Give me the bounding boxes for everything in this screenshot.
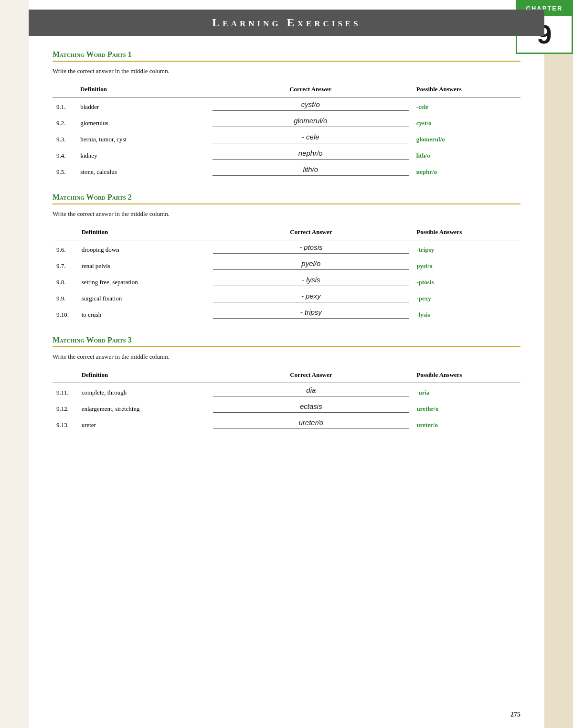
table-header-row-3: Definition Correct Answer Possible Answe… bbox=[53, 369, 520, 383]
answer-text: - tripsy bbox=[213, 308, 409, 319]
table-row: 9.1.bladdercyst/o-cele bbox=[53, 97, 520, 114]
row-number: 9.10. bbox=[53, 305, 78, 321]
table-row: 9.4.kidneynephr/olith/o bbox=[53, 146, 520, 162]
section-1-instruction: Write the correct answer in the middle c… bbox=[53, 67, 520, 75]
th-possible-1: Possible Answers bbox=[413, 84, 520, 97]
possible-answer-text: -pexy bbox=[416, 295, 431, 302]
row-number: 9.1. bbox=[53, 97, 76, 114]
row-possible-answer: cyst/o bbox=[413, 114, 520, 130]
answer-text: cyst/o bbox=[212, 100, 409, 111]
row-number: 9.6. bbox=[53, 240, 78, 257]
row-answer: ureter/o bbox=[209, 416, 413, 432]
table-row: 9.10.to crush- tripsy-lysis bbox=[53, 305, 520, 321]
row-definition: drooping down bbox=[78, 240, 210, 257]
th-def-1: Definition bbox=[76, 84, 208, 97]
row-definition: bladder bbox=[76, 97, 208, 114]
table-row: 9.8.setting free, separation- lysis-ptos… bbox=[53, 273, 520, 289]
row-number: 9.4. bbox=[53, 146, 76, 162]
row-definition: glomerulus bbox=[76, 114, 208, 130]
row-possible-answer: -pexy bbox=[413, 289, 520, 305]
possible-answer-text: -uria bbox=[416, 389, 429, 396]
row-definition: enlargement, stretching bbox=[78, 399, 210, 416]
section-2-table: Definition Correct Answer Possible Answe… bbox=[53, 226, 520, 321]
answer-text: - cele bbox=[212, 133, 409, 143]
row-answer: lith/o bbox=[209, 162, 413, 179]
th-def-3: Definition bbox=[78, 369, 210, 383]
th-answer-2: Correct Answer bbox=[209, 226, 413, 240]
possible-answer-text: glomerul/o bbox=[416, 136, 445, 143]
possible-answer-text: ureter/o bbox=[416, 421, 438, 428]
answer-text: lith/o bbox=[212, 165, 409, 176]
right-margin bbox=[544, 0, 573, 728]
row-number: 9.8. bbox=[53, 273, 78, 289]
answer-text: - ptosis bbox=[213, 243, 409, 254]
row-possible-answer: ureter/o bbox=[413, 416, 520, 432]
sections-container: Matching Word Parts 1 Write the correct … bbox=[53, 50, 520, 432]
possible-answer-text: cyst/o bbox=[416, 119, 432, 127]
section-2: Matching Word Parts 2 Write the correct … bbox=[53, 193, 520, 321]
answer-text: nephr/o bbox=[212, 149, 409, 160]
row-possible-answer: -uria bbox=[413, 383, 520, 400]
row-possible-answer: -ptosis bbox=[413, 273, 520, 289]
main-content: CHAPTER 9 Learning Exercises Matching Wo… bbox=[29, 0, 544, 728]
section-3-table: Definition Correct Answer Possible Answe… bbox=[53, 369, 520, 432]
row-possible-answer: urethr/o bbox=[413, 399, 520, 416]
table-row: 9.2.glomerulusglomerul/ocyst/o bbox=[53, 114, 520, 130]
section-3: Matching Word Parts 3 Write the correct … bbox=[53, 336, 520, 432]
table-row: 9.5.stone, calculuslith/onephr/o bbox=[53, 162, 520, 179]
th-num-3 bbox=[53, 369, 78, 383]
row-number: 9.12. bbox=[53, 399, 78, 416]
row-definition: surgical fixation bbox=[78, 289, 210, 305]
row-answer: - pexy bbox=[209, 289, 413, 305]
row-possible-answer: nephr/o bbox=[413, 162, 520, 179]
possible-answer-text: -lysis bbox=[416, 311, 430, 318]
row-answer: dia bbox=[209, 383, 413, 400]
row-definition: stone, calculus bbox=[76, 162, 208, 179]
row-answer: nephr/o bbox=[209, 146, 413, 162]
table-row: 9.13.ureterureter/oureter/o bbox=[53, 416, 520, 432]
row-answer: glomerul/o bbox=[209, 114, 413, 130]
answer-text: dia bbox=[213, 386, 409, 396]
possible-answer-text: -ptosis bbox=[416, 278, 434, 286]
row-definition: to crush bbox=[78, 305, 210, 321]
th-answer-3: Correct Answer bbox=[209, 369, 413, 383]
table-header-row-2: Definition Correct Answer Possible Answe… bbox=[53, 226, 520, 240]
page-number: 275 bbox=[510, 711, 520, 718]
row-possible-answer: lith/o bbox=[413, 146, 520, 162]
row-number: 9.3. bbox=[53, 130, 76, 146]
table-row: 9.6.drooping down- ptosis-tripsy bbox=[53, 240, 520, 257]
row-answer: - tripsy bbox=[209, 305, 413, 321]
th-num-1 bbox=[53, 84, 76, 97]
answer-text: ureter/o bbox=[213, 418, 409, 429]
row-definition: complete, through bbox=[78, 383, 210, 400]
possible-answer-text: lith/o bbox=[416, 152, 430, 159]
possible-answer-text: -cele bbox=[416, 103, 428, 110]
row-answer: ectasis bbox=[209, 399, 413, 416]
row-number: 9.9. bbox=[53, 289, 78, 305]
page-header: Learning Exercises bbox=[29, 10, 544, 36]
row-number: 9.7. bbox=[53, 257, 78, 273]
th-answer-1: Correct Answer bbox=[209, 84, 413, 97]
th-possible-3: Possible Answers bbox=[413, 369, 520, 383]
answer-text: pyel/o bbox=[213, 259, 409, 270]
answer-text: glomerul/o bbox=[212, 117, 409, 127]
row-definition: renal pelvis bbox=[78, 257, 210, 273]
row-definition: ureter bbox=[78, 416, 210, 432]
possible-answer-text: urethr/o bbox=[416, 405, 438, 412]
possible-answer-text: nephr/o bbox=[416, 168, 437, 175]
section-2-instruction: Write the correct answer in the middle c… bbox=[53, 210, 520, 218]
row-possible-answer: glomerul/o bbox=[413, 130, 520, 146]
answer-text: - pexy bbox=[213, 292, 409, 302]
row-possible-answer: -tripsy bbox=[413, 240, 520, 257]
row-definition: hernia, tumor, cyst bbox=[76, 130, 208, 146]
answer-text: ectasis bbox=[213, 402, 409, 413]
section-1-table: Definition Correct Answer Possible Answe… bbox=[53, 84, 520, 179]
section-3-heading: Matching Word Parts 3 bbox=[53, 336, 520, 347]
section-1-heading: Matching Word Parts 1 bbox=[53, 50, 520, 62]
page-title: Learning Exercises bbox=[53, 16, 520, 29]
possible-answer-text: pyel/o bbox=[416, 262, 432, 269]
th-num-2 bbox=[53, 226, 78, 240]
table-row: 9.7.renal pelvispyel/opyel/o bbox=[53, 257, 520, 273]
row-number: 9.5. bbox=[53, 162, 76, 179]
table-row: 9.3.hernia, tumor, cyst- celeglomerul/o bbox=[53, 130, 520, 146]
